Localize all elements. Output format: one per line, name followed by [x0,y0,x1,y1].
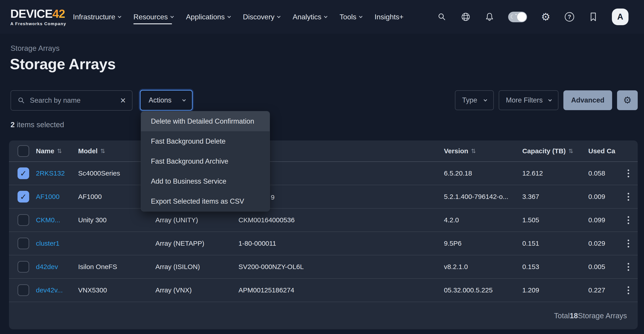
capacity-cell: 0.151 [522,240,588,247]
capacity-cell: 1.209 [522,286,588,294]
row-menu-kebab-icon[interactable] [624,261,632,273]
table-settings-button[interactable]: ⚙ [617,90,638,110]
column-header-version[interactable]: Version⇅ [444,147,522,155]
bookmark-icon[interactable] [588,12,598,22]
globe-icon[interactable] [460,12,471,22]
check-icon: ✓ [20,192,27,201]
sort-icon[interactable]: ⇅ [471,148,476,154]
actions-dropdown-button[interactable]: Actions [140,90,193,111]
device42-logo[interactable]: DEVICE42 A Freshworks Company [10,8,66,26]
menu-item-export-selected-csv[interactable]: Export Selected items as CSV [141,191,270,211]
chevron-down-icon [484,98,487,101]
serial-cell: APM00125186274 [238,286,444,294]
used-capacity-cell: 0.005 [588,263,620,271]
table-row: ✓ 2RKS132 Sc4000Series 6.5.20.18 12.612 … [9,162,638,185]
row-menu-kebab-icon[interactable] [624,167,632,180]
check-icon: ✓ [20,169,27,178]
page-title: Storage Arrays [10,55,116,73]
row-menu-kebab-icon[interactable] [624,214,632,226]
chevron-down-icon [228,14,231,18]
model-cell: Unity 300 [78,216,156,224]
row-checkbox[interactable]: ✓ [18,238,29,249]
column-header-name[interactable]: Name⇅ [36,147,78,155]
name-link[interactable]: cluster1 [36,240,78,247]
row-menu-kebab-icon[interactable] [624,237,632,250]
help-icon[interactable]: ? [564,12,574,22]
type-filter-label: Type [462,96,477,104]
nav-item-resources[interactable]: Resources [134,0,173,34]
table-row: ✓ cluster1 Array (NETAPP) 1-80-000011 9.… [9,232,638,255]
table-header-row: ✓ Name⇅ Model⇅ Version⇅ Capacity (TB)⇅ U… [9,140,638,162]
column-header-capacity[interactable]: Capacity (TB)⇅ [522,147,588,155]
search-icon[interactable] [437,12,447,22]
advanced-button[interactable]: Advanced [564,90,612,110]
more-filters-label: More Filters [506,96,543,104]
nav-item-analytics[interactable]: Analytics [292,0,327,34]
nav-icon-group: ☾ ✦ ⚙ ? A [437,9,628,25]
chevron-down-icon [548,98,552,101]
main-menu: Infrastructure Resources Applications Di… [73,0,404,34]
notifications-bell-icon[interactable] [484,12,495,22]
row-menu-kebab-icon[interactable] [624,284,632,296]
version-cell: 4.2.0 [444,216,522,224]
used-capacity-cell: 0.009 [588,193,620,200]
menu-item-add-to-business-service[interactable]: Add to Business Service [141,171,270,191]
type-cell: Array (NETAPP) [156,240,238,247]
used-capacity-cell: 0.058 [588,169,620,177]
logo-tagline: A Freshworks Company [10,22,66,26]
type-cell: Array (ISILON) [156,263,238,271]
used-capacity-cell: 0.227 [588,286,620,294]
chevron-down-icon [277,14,281,18]
logo-wordmark: DEVICE42 [10,8,66,20]
menu-item-fast-background-delete[interactable]: Fast Background Delete [141,131,270,151]
row-checkbox[interactable]: ✓ [18,214,29,226]
name-link[interactable]: dev42v... [36,286,78,294]
nav-item-infrastructure[interactable]: Infrastructure [73,0,121,34]
name-link[interactable]: 2RKS132 [36,169,78,177]
select-all-checkbox[interactable]: ✓ [18,145,29,157]
type-cell: Array (VNX) [156,286,238,294]
row-checkbox[interactable]: ✓ [18,191,29,202]
settings-gear-icon[interactable]: ⚙ [540,12,551,22]
sort-icon[interactable]: ⇅ [57,148,62,154]
row-menu-kebab-icon[interactable] [624,191,632,203]
nav-item-discovery[interactable]: Discovery [243,0,280,34]
row-checkbox[interactable]: ✓ [18,261,29,273]
name-link[interactable]: AF1000 [36,193,78,200]
nav-item-applications[interactable]: Applications [186,0,230,34]
total-count: 18 [570,311,578,320]
theme-toggle[interactable]: ☾ ✦ [508,12,527,22]
table-row: ✓ dev42v... VNX5300 Array (VNX) APM00125… [9,279,638,302]
menu-item-fast-background-archive[interactable]: Fast Background Archive [141,151,270,171]
name-link[interactable]: d42dev [36,263,78,271]
row-checkbox[interactable]: ✓ [18,284,29,296]
model-cell: VNX5300 [78,286,156,294]
actions-label: Actions [149,96,172,104]
type-filter-dropdown[interactable]: Type [455,90,494,110]
name-link[interactable]: CKM0... [36,216,78,224]
chevron-down-icon [118,14,122,18]
breadcrumb: Storage Arrays [10,44,60,53]
menu-item-delete-detailed-confirmation[interactable]: Delete with Detailed Confirmation [141,111,270,131]
capacity-cell: 0.153 [522,263,588,271]
sparkle-icon: ✦ [515,13,517,16]
moon-icon: ☾ [510,14,515,20]
capacity-cell: 12.612 [522,169,588,177]
sort-icon[interactable]: ⇅ [568,148,573,154]
more-filters-dropdown[interactable]: More Filters [499,90,558,110]
actions-menu: Delete with Detailed Confirmation Fast B… [141,111,270,211]
capacity-cell: 3.367 [522,193,588,200]
chevron-down-icon [170,14,174,18]
user-avatar[interactable]: A [612,9,628,25]
clear-search-icon[interactable]: × [120,96,126,105]
version-cell: 9.5P6 [444,240,522,247]
sort-icon[interactable]: ⇅ [100,148,105,154]
row-checkbox[interactable]: ✓ [18,167,29,179]
version-cell: v8.2.1.0 [444,263,522,271]
column-header-used-capacity: Used Ca [588,147,620,155]
nav-item-insights-plus[interactable]: Insights+ [374,0,404,34]
selection-status: 2 items selected [10,121,64,129]
storage-arrays-table: ✓ Name⇅ Model⇅ Version⇅ Capacity (TB)⇅ U… [9,140,638,329]
search-input[interactable] [30,96,116,105]
nav-item-tools[interactable]: Tools [340,0,362,34]
